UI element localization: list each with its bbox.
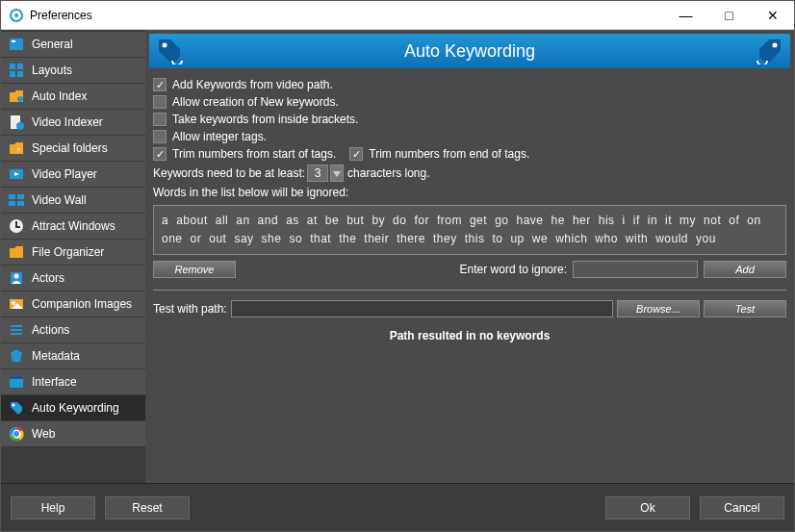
check-allow-new[interactable]: Allow creation of New keywords. (153, 95, 786, 109)
ignore-word[interactable]: up (510, 230, 524, 248)
sidebar-item-special-folders[interactable]: Special folders (1, 136, 145, 162)
ignore-word[interactable]: on (747, 212, 760, 230)
ignore-word[interactable]: if (633, 212, 640, 230)
ignore-word[interactable]: an (236, 212, 249, 230)
ignore-word[interactable]: of (729, 212, 739, 230)
checkbox-icon[interactable] (153, 95, 167, 109)
sidebar-item-attract-windows[interactable]: Attract Windows (1, 214, 145, 240)
ignore-word[interactable]: about (176, 212, 208, 230)
ignore-word[interactable]: with (626, 230, 648, 248)
ignore-word-input[interactable] (573, 261, 698, 278)
sidebar-icon (7, 113, 26, 132)
check-add-from-path[interactable]: Add Keywords from video path. (153, 78, 786, 91)
test-label: Test with path: (153, 302, 227, 316)
sidebar-item-video-indexer[interactable]: Video Indexer (1, 110, 145, 136)
ignore-word[interactable]: one (162, 230, 183, 248)
ignore-word[interactable]: have (516, 212, 543, 230)
check-allow-integer[interactable]: Allow integer tags. (153, 130, 786, 143)
sidebar-item-label: Attract Windows (32, 219, 115, 233)
sidebar-item-auto-index[interactable]: Auto Index (1, 84, 145, 110)
check-trim-end[interactable]: Trim numbers from end of tags. (349, 147, 529, 161)
checkbox-icon[interactable] (349, 147, 363, 161)
ignore-word[interactable]: the (339, 230, 356, 248)
check-trim-start[interactable]: Trim numbers from start of tags. (153, 147, 336, 161)
ignore-word[interactable]: it (665, 212, 672, 230)
min-length-suffix: characters long. (347, 166, 429, 180)
ignore-word[interactable]: you (696, 230, 716, 248)
sidebar-item-web[interactable]: Web (1, 421, 145, 447)
ignore-word[interactable]: by (372, 212, 385, 230)
sidebar-item-video-player[interactable]: Video Player (1, 162, 145, 188)
check-take-brackets[interactable]: Take keywords from inside brackets. (153, 113, 786, 126)
minimize-button[interactable]: ― (664, 1, 707, 30)
svg-rect-3 (12, 40, 15, 42)
ignore-word[interactable]: my (680, 212, 696, 230)
sidebar-item-label: Special folders (32, 141, 108, 155)
ignore-word[interactable]: which (555, 230, 587, 248)
ignore-word[interactable]: do (393, 212, 406, 230)
ignore-word[interactable]: out (209, 230, 226, 248)
sidebar-item-metadata[interactable]: Metadata (1, 343, 145, 369)
ignore-word[interactable]: as (286, 212, 299, 230)
sidebar-item-actions[interactable]: Actions (1, 317, 145, 343)
reset-button[interactable]: Reset (105, 496, 190, 519)
sidebar-item-layouts[interactable]: Layouts (1, 58, 145, 84)
ignore-word[interactable]: would (655, 230, 688, 248)
stepper[interactable] (330, 165, 344, 182)
sidebar-item-auto-keywording[interactable]: Auto Keywording (1, 395, 145, 421)
ignore-word[interactable]: not (704, 212, 721, 230)
ignore-word[interactable]: we (532, 230, 548, 248)
svg-rect-14 (9, 201, 15, 206)
sidebar-item-video-wall[interactable]: Video Wall (1, 188, 145, 214)
ignore-word[interactable]: from (437, 212, 462, 230)
ignore-word[interactable]: in (648, 212, 657, 230)
test-button[interactable]: Test (704, 300, 786, 317)
ignore-word[interactable]: to (492, 230, 502, 248)
checkbox-icon[interactable] (153, 78, 167, 91)
ignore-word[interactable]: or (191, 230, 202, 248)
ok-button[interactable]: Ok (605, 496, 690, 519)
sidebar-item-interface[interactable]: Interface (1, 369, 145, 395)
ignore-word[interactable]: their (364, 230, 389, 248)
ignore-word[interactable]: this (465, 230, 485, 248)
test-result-text: Path resulted in no keywords (149, 329, 790, 342)
ignore-word[interactable]: but (346, 212, 364, 230)
sidebar-item-file-organizer[interactable]: File Organizer (1, 240, 145, 266)
ignore-word[interactable]: who (595, 230, 618, 248)
ignore-word[interactable]: all (216, 212, 229, 230)
ignore-word[interactable]: go (495, 212, 508, 230)
ignore-word[interactable]: there (397, 230, 425, 248)
checkbox-icon[interactable] (153, 113, 167, 126)
ignore-word[interactable]: i (623, 212, 626, 230)
ignore-word[interactable]: get (470, 212, 487, 230)
remove-button[interactable]: Remove (153, 261, 236, 278)
test-path-input[interactable] (231, 300, 613, 317)
maximize-button[interactable]: □ (707, 1, 751, 30)
ignore-word[interactable]: be (325, 212, 339, 230)
ignore-word[interactable]: for (414, 212, 429, 230)
cancel-button[interactable]: Cancel (700, 496, 784, 519)
min-length-input[interactable]: 3 (307, 165, 328, 182)
ignore-word[interactable]: she (262, 230, 282, 248)
ignore-word[interactable]: her (573, 212, 591, 230)
ignore-word[interactable]: so (289, 230, 302, 248)
close-button[interactable]: ✕ (751, 1, 794, 30)
checkbox-icon[interactable] (153, 130, 167, 143)
add-button[interactable]: Add (704, 261, 786, 278)
sidebar-icon (7, 294, 26, 314)
sidebar-item-companion-images[interactable]: Companion Images (1, 291, 145, 317)
ignore-word[interactable]: his (599, 212, 615, 230)
ignore-words-list[interactable]: aaboutallanandasatbebutbydoforfromgetgoh… (153, 205, 786, 255)
help-button[interactable]: Help (11, 496, 95, 519)
ignore-word[interactable]: say (234, 230, 253, 248)
ignore-word[interactable]: he (551, 212, 565, 230)
ignore-word[interactable]: and (258, 212, 279, 230)
ignore-word[interactable]: at (307, 212, 318, 230)
ignore-word[interactable]: they (433, 230, 457, 248)
ignore-word[interactable]: a (162, 212, 168, 230)
sidebar-item-general[interactable]: General (1, 32, 145, 58)
ignore-word[interactable]: that (310, 230, 331, 248)
browse-button[interactable]: Browse... (617, 300, 700, 317)
sidebar-item-actors[interactable]: Actors (1, 266, 145, 291)
checkbox-icon[interactable] (153, 147, 167, 161)
